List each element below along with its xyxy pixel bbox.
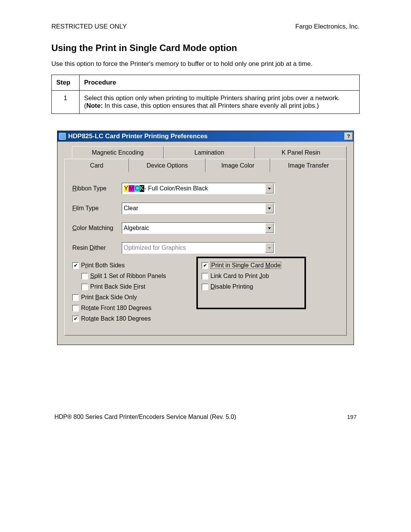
checkbox-label: Print Back Side Only xyxy=(81,294,137,301)
page-header: RESTRICTED USE ONLY Fargo Electronics, I… xyxy=(51,23,360,30)
tab-device-options[interactable]: Device Options xyxy=(129,159,206,172)
check-left-1[interactable]: Split 1 Set of Ribbon Panels xyxy=(72,273,186,280)
color-matching-combo[interactable]: Algebraic xyxy=(122,222,275,234)
step-number: 1 xyxy=(52,91,80,114)
checkbox-label: Link Card to Print Job xyxy=(210,273,269,280)
check-left-4[interactable]: Rotate Front 180 Degrees xyxy=(72,305,186,312)
film-type-combo[interactable]: Clear xyxy=(122,203,275,214)
device-options-panel: Ribbon Type YMCK - Full Color/Resin Blac… xyxy=(64,172,347,335)
header-left: RESTRICTED USE ONLY xyxy=(51,23,127,30)
checkbox-area: ✔Print Both SidesSplit 1 Set of Ribbon P… xyxy=(72,262,339,326)
ribbon-type-value: YMCK - Full Color/Resin Black xyxy=(122,185,264,192)
checkbox[interactable] xyxy=(72,294,79,301)
tab-lamination[interactable]: Lamination xyxy=(164,146,255,159)
tab-card[interactable]: Card xyxy=(64,159,129,172)
resin-dither-combo: Optimized for Graphics xyxy=(122,242,275,254)
page-footer: HDP® 800 Series Card Printer/Encoders Se… xyxy=(51,414,360,420)
ribbon-type-row: Ribbon Type YMCK - Full Color/Resin Blac… xyxy=(72,183,339,194)
tab-k-panel-resin[interactable]: K Panel Resin xyxy=(255,146,347,159)
check-left-3[interactable]: Print Back Side Only xyxy=(72,294,186,301)
chevron-down-icon[interactable] xyxy=(265,184,274,193)
check-right-0[interactable]: ✔Print in Single Card Mode xyxy=(202,262,281,269)
resin-dither-value: Optimized for Graphics xyxy=(122,244,264,251)
tab-magnetic-encoding[interactable]: Magnetic Encoding xyxy=(72,146,164,159)
checkbox[interactable] xyxy=(202,273,208,280)
ribbon-type-label: Ribbon Type xyxy=(72,185,122,192)
col-step: Step xyxy=(52,75,80,91)
tabs-front-row: Card Device Options Image Color Image Tr… xyxy=(64,159,347,172)
color-matching-label: Color Matching xyxy=(72,225,122,232)
steps-table: Step Procedure 1 Select this option only… xyxy=(51,75,360,114)
checkbox-label: Split 1 Set of Ribbon Panels xyxy=(90,273,166,280)
page-number: 197 xyxy=(347,414,357,420)
dialog-title: HDP825-LC Card Printer Printing Preferen… xyxy=(68,133,208,140)
check-left-0[interactable]: ✔Print Both Sides xyxy=(72,262,186,269)
resin-dither-label: Resin Dither xyxy=(72,244,122,251)
tabs-back-row: Magnetic Encoding Lamination K Panel Res… xyxy=(72,146,347,159)
checkbox[interactable]: ✔ xyxy=(72,262,79,269)
checkbox[interactable]: ✔ xyxy=(202,262,208,269)
chevron-down-icon[interactable] xyxy=(265,203,274,213)
checkbox-label: Print Both Sides xyxy=(81,262,125,269)
help-button[interactable]: ? xyxy=(344,133,353,140)
checkbox-label: Print Back Side First xyxy=(90,283,145,290)
film-type-row: Film Type Clear xyxy=(72,203,339,214)
resin-dither-row: Resin Dither Optimized for Graphics xyxy=(72,242,339,254)
preferences-dialog: HDP825-LC Card Printer Printing Preferen… xyxy=(57,131,354,345)
checkbox[interactable] xyxy=(81,273,88,280)
printer-icon xyxy=(59,133,66,140)
col-procedure: Procedure xyxy=(80,75,360,91)
film-type-value: Clear xyxy=(122,205,264,212)
film-type-label: Film Type xyxy=(72,205,122,212)
color-matching-row: Color Matching Algebraic xyxy=(72,222,339,234)
table-header-row: Step Procedure xyxy=(52,75,360,91)
section-title: Using the Print in Single Card Mode opti… xyxy=(51,43,360,53)
step-text: Select this option only when printing to… xyxy=(80,91,360,114)
table-row: 1 Select this option only when printing … xyxy=(52,91,360,114)
intro-text: Use this option to force the Printer's m… xyxy=(51,60,360,68)
chevron-down-icon[interactable] xyxy=(265,223,274,233)
checkbox-label: Disable Printing xyxy=(210,283,253,290)
check-right-2[interactable]: Disable Printing xyxy=(202,283,281,290)
header-right: Fargo Electronics, Inc. xyxy=(295,23,360,30)
tab-image-transfer[interactable]: Image Transfer xyxy=(270,159,347,172)
footer-left: HDP® 800 Series Card Printer/Encoders Se… xyxy=(54,414,236,420)
check-left-2[interactable]: Print Back Side First xyxy=(72,283,186,290)
color-matching-value: Algebraic xyxy=(122,225,264,232)
title-bar[interactable]: HDP825-LC Card Printer Printing Preferen… xyxy=(57,131,354,142)
checkbox[interactable]: ✔ xyxy=(72,316,79,322)
checkbox[interactable] xyxy=(72,305,79,312)
check-right-1[interactable]: Link Card to Print Job xyxy=(202,273,281,280)
checkbox-label: Rotate Back 180 Degrees xyxy=(81,315,151,322)
checkbox[interactable] xyxy=(202,284,208,290)
checkbox[interactable] xyxy=(81,284,88,290)
checkbox-label: Rotate Front 180 Degrees xyxy=(81,305,151,312)
ribbon-type-combo[interactable]: YMCK - Full Color/Resin Black xyxy=(122,183,275,194)
chevron-down-icon xyxy=(265,243,274,253)
checkbox-label: Print in Single Card Mode xyxy=(210,262,281,269)
check-left-5[interactable]: ✔Rotate Back 180 Degrees xyxy=(72,315,186,322)
tab-image-color[interactable]: Image Color xyxy=(206,159,270,172)
